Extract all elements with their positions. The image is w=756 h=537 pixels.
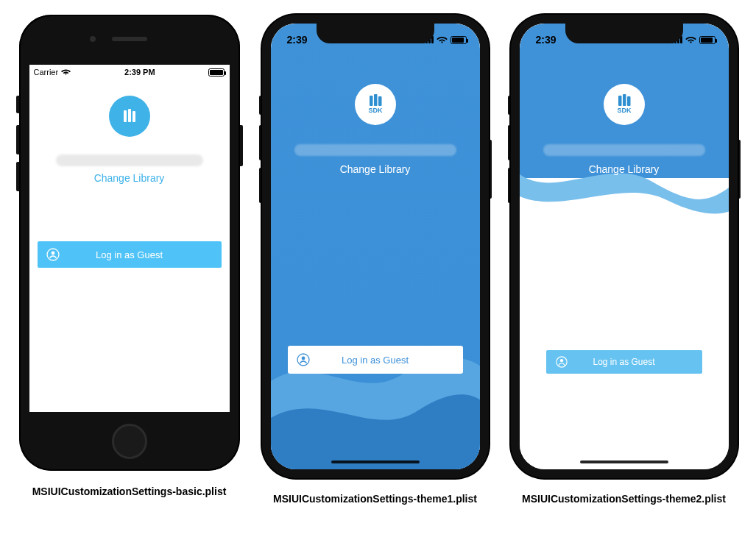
wifi-icon [61, 68, 71, 77]
login-guest-button[interactable]: Log in as Guest [38, 241, 222, 268]
phone-theme2-screen: 2:39 [520, 24, 729, 469]
status-time: 2:39 [287, 34, 308, 46]
svg-point-14 [559, 359, 562, 362]
app-logo: SDK [604, 84, 645, 125]
svg-rect-5 [370, 96, 373, 106]
login-guest-button[interactable]: Log in as Guest [546, 350, 702, 374]
battery-icon [451, 36, 467, 44]
wifi-icon [685, 34, 696, 46]
logo-text: SDK [617, 107, 632, 114]
svg-point-9 [301, 357, 305, 360]
phone-theme2-unit: 2:39 [511, 15, 738, 505]
battery-icon [699, 36, 716, 44]
svg-rect-2 [133, 111, 135, 122]
guest-user-icon [297, 353, 310, 366]
login-guest-label: Log in as Guest [96, 249, 163, 260]
status-time: 2:39 PM [124, 68, 155, 77]
caption-basic: MSIUICustomizationSettings-basic.plist [32, 486, 227, 497]
phone-theme1-unit: 2:39 [262, 15, 489, 505]
library-name-blurred [294, 144, 456, 156]
phone-basic-screen: Carrier 2:39 PM [29, 65, 230, 412]
svg-rect-0 [124, 110, 127, 122]
svg-rect-1 [128, 109, 131, 122]
caption-theme1: MSIUICustomizationSettings-theme1.plist [273, 493, 477, 505]
caption-theme2: MSIUICustomizationSettings-theme2.plist [522, 493, 726, 505]
wifi-icon [437, 34, 448, 46]
phone-theme1-frame: 2:39 [262, 15, 489, 478]
change-library-link[interactable]: Change Library [589, 163, 660, 175]
home-button[interactable] [112, 424, 147, 459]
svg-rect-7 [378, 96, 382, 106]
phones-row: Carrier 2:39 PM [0, 0, 756, 505]
app-logo: SDK [355, 84, 396, 125]
svg-rect-6 [374, 94, 378, 106]
status-time: 2:39 [536, 34, 557, 46]
guest-user-icon [46, 248, 60, 261]
svg-point-4 [51, 252, 54, 255]
phone-basic-frame: Carrier 2:39 PM [19, 15, 240, 471]
app-logo [109, 96, 150, 137]
login-guest-label: Log in as Guest [593, 357, 654, 367]
library-name-blurred [56, 154, 203, 166]
logo-text: SDK [368, 107, 383, 114]
status-bar: Carrier 2:39 PM [29, 65, 230, 79]
library-name-blurred [543, 144, 705, 156]
change-library-link[interactable]: Change Library [94, 172, 165, 184]
guest-user-icon [555, 355, 568, 369]
phone-theme1-screen: 2:39 [271, 24, 480, 469]
svg-rect-12 [627, 96, 631, 106]
carrier-label: Carrier [34, 68, 59, 77]
svg-rect-10 [618, 96, 622, 106]
svg-rect-11 [623, 94, 626, 106]
home-indicator[interactable] [580, 460, 668, 463]
phone-basic-unit: Carrier 2:39 PM [19, 15, 240, 497]
battery-icon [208, 68, 225, 77]
phone-theme2-frame: 2:39 [511, 15, 738, 478]
login-guest-label: Log in as Guest [342, 355, 409, 366]
login-guest-button[interactable]: Log in as Guest [288, 346, 463, 374]
change-library-link[interactable]: Change Library [340, 163, 411, 175]
home-indicator[interactable] [331, 460, 420, 463]
